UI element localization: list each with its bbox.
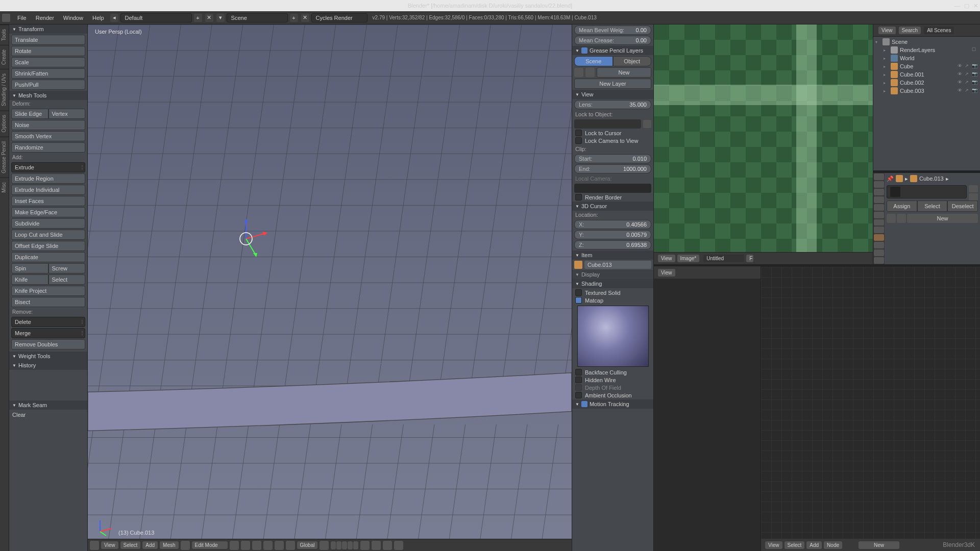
image-name-field[interactable]: Untitled xyxy=(703,255,744,262)
close-icon[interactable]: ✕ xyxy=(973,3,978,9)
prop-tab-particles[interactable] xyxy=(874,249,884,256)
cursor-y-field[interactable]: Y:0.00579 xyxy=(574,230,651,239)
material-add-icon[interactable] xyxy=(897,214,906,223)
outliner-node-world[interactable]: ▸World xyxy=(874,54,979,62)
cursor-icon[interactable]: ↗ xyxy=(965,88,971,94)
camera-icon[interactable]: 📷 xyxy=(972,88,978,94)
add-layout-icon[interactable]: + xyxy=(194,14,202,22)
delete-dropdown[interactable]: Delete xyxy=(11,317,85,327)
node-node-menu[interactable]: Node xyxy=(824,541,842,549)
lock-cursor-checkbox[interactable] xyxy=(575,130,582,136)
make-edge-face-button[interactable]: Make Edge/Face xyxy=(11,207,85,217)
layer-btn[interactable] xyxy=(342,541,347,549)
remove-doubles-button[interactable]: Remove Doubles xyxy=(11,339,85,349)
cursor-z-field[interactable]: Z:0.69538 xyxy=(574,240,651,249)
extrude-region-button[interactable]: Extrude Region xyxy=(11,173,85,184)
menu-render[interactable]: Render xyxy=(32,14,58,22)
layer-btn[interactable] xyxy=(348,541,353,549)
matcap-preview[interactable] xyxy=(577,306,649,367)
scene-browse-icon[interactable]: ▾ xyxy=(216,14,225,22)
uv-image-editor[interactable]: View Image* Untitled F xyxy=(654,24,873,264)
deselect-button[interactable]: Deselect xyxy=(947,201,978,212)
render-engine-dropdown[interactable]: Cycles Render xyxy=(311,13,368,22)
cursor-icon[interactable]: ↗ xyxy=(965,63,971,69)
duplicate-button[interactable]: Duplicate xyxy=(11,252,85,262)
offset-edge-button[interactable]: Offset Edge Slide xyxy=(11,241,85,251)
delete-scene-icon[interactable]: ✕ xyxy=(301,14,309,22)
transform-manipulator[interactable] xyxy=(231,218,272,260)
outliner-node-renderlayers[interactable]: ▸RenderLayers☐ xyxy=(874,46,979,54)
eye-icon[interactable]: 👁 xyxy=(958,63,964,69)
clip-end-field[interactable]: End:1000.000 xyxy=(574,164,651,173)
outliner-search[interactable]: Search xyxy=(899,27,921,34)
camera-icon[interactable]: 📷 xyxy=(972,63,978,69)
outliner-tree[interactable]: ▾Scene ▸RenderLayers☐ ▸World ▸Cube👁↗📷 ▸C… xyxy=(873,37,980,170)
header-add[interactable]: Add xyxy=(142,541,158,549)
select-button[interactable]: Select xyxy=(917,201,948,212)
node-add-menu[interactable]: Add xyxy=(806,541,822,549)
gp-pencil-icon[interactable] xyxy=(574,68,583,77)
shrink-fatten-button[interactable]: Shrink/Fatten xyxy=(11,68,85,79)
shading-panel-header[interactable]: Shading xyxy=(572,279,653,288)
gp-new-button[interactable]: New xyxy=(597,67,651,78)
gp-add-icon[interactable] xyxy=(585,68,595,77)
material-browse-icon[interactable] xyxy=(887,214,896,223)
outliner-node-cube003[interactable]: ▸Cube.003👁↗📷 xyxy=(874,87,979,95)
outliner-node-cube002[interactable]: ▸Cube.002👁↗📷 xyxy=(874,79,979,87)
orientation-dropdown[interactable]: Global xyxy=(297,541,318,549)
display-panel-header[interactable]: Display xyxy=(572,270,653,279)
cursor-x-field[interactable]: X:0.40566 xyxy=(574,220,651,229)
translate-button[interactable]: Translate xyxy=(11,35,85,45)
screw-button[interactable]: Screw xyxy=(48,263,86,273)
3d-cursor-header[interactable]: 3D Cursor xyxy=(572,202,653,211)
bevel-weight-field[interactable]: Mean Bevel Weig:0.00 xyxy=(574,26,651,35)
lock-object-field[interactable] xyxy=(574,119,641,129)
render-icon[interactable] xyxy=(394,541,403,550)
layers-icon[interactable] xyxy=(320,541,329,550)
delete-layout-icon[interactable]: ✕ xyxy=(205,14,213,22)
tab-grease-pencil[interactable]: Grease Pencil xyxy=(0,137,9,178)
snap-type-icon[interactable] xyxy=(372,541,381,550)
prop-tab-scene[interactable] xyxy=(874,189,884,195)
lens-field[interactable]: Lens:35.000 xyxy=(574,100,651,109)
mode-dropdown[interactable]: Edit Mode xyxy=(192,541,228,549)
new-layer-button[interactable]: New Layer xyxy=(574,79,651,89)
restrict-icon[interactable]: ☐ xyxy=(972,47,978,53)
maximize-icon[interactable]: ▢ xyxy=(964,3,969,9)
camera-icon[interactable]: 📷 xyxy=(972,71,978,78)
mesh-tools-header[interactable]: Mesh Tools xyxy=(9,91,87,100)
layer-btn[interactable] xyxy=(331,541,336,549)
slot-add-icon[interactable] xyxy=(969,185,978,192)
manip-rotate-icon[interactable] xyxy=(275,541,284,550)
tab-shading[interactable]: Shading / UVs xyxy=(0,69,9,110)
snap-icon[interactable] xyxy=(360,541,370,550)
hidden-wire-checkbox[interactable] xyxy=(575,377,582,383)
manip-translate-icon[interactable] xyxy=(263,541,273,550)
assign-button[interactable]: Assign xyxy=(887,201,917,212)
minimize-icon[interactable]: — xyxy=(954,3,960,9)
prop-tab-constraints[interactable] xyxy=(874,212,884,218)
item-name-field[interactable]: Cube.013 xyxy=(584,261,651,269)
header-select[interactable]: Select xyxy=(120,541,141,549)
history-header[interactable]: History xyxy=(9,361,87,370)
scale-button[interactable]: Scale xyxy=(11,57,85,67)
prop-tab-material[interactable] xyxy=(874,234,884,241)
editor-type-icon[interactable] xyxy=(90,541,99,550)
motion-tracking-header[interactable]: Motion Tracking xyxy=(572,399,653,409)
smooth-vertex-button[interactable]: Smooth Vertex xyxy=(11,131,85,141)
randomize-button[interactable]: Randomize xyxy=(11,142,85,153)
tab-options[interactable]: Options xyxy=(0,110,9,136)
render-border-checkbox[interactable] xyxy=(575,194,582,201)
prop-tab-object[interactable] xyxy=(874,204,884,211)
tab-tools[interactable]: Tools xyxy=(0,24,9,45)
ao-checkbox[interactable] xyxy=(575,392,582,398)
eye-icon[interactable]: 👁 xyxy=(958,71,964,78)
mode-icon[interactable] xyxy=(181,541,190,550)
textured-solid-checkbox[interactable] xyxy=(575,289,582,296)
back-icon[interactable]: ◂ xyxy=(110,14,118,22)
loop-cut-button[interactable]: Loop Cut and Slide xyxy=(11,230,85,240)
node-view-menu[interactable]: View xyxy=(765,541,782,549)
outliner-node-cube[interactable]: ▸Cube👁↗📷 xyxy=(874,62,979,70)
cursor-icon[interactable]: ↗ xyxy=(965,71,971,78)
add-scene-icon[interactable]: + xyxy=(290,14,298,22)
